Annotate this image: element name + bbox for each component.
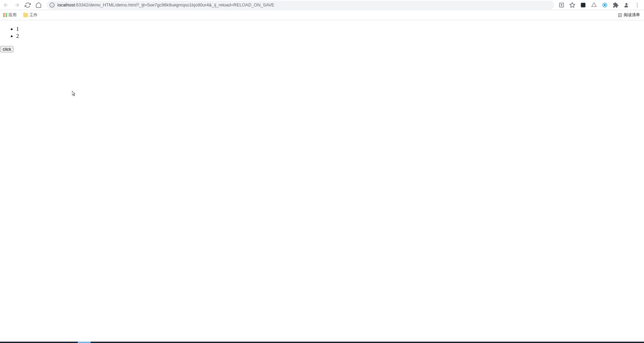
svg-marker-4 <box>570 2 575 7</box>
arrow-left-icon <box>3 2 9 8</box>
folder-label: 工作 <box>29 12 38 18</box>
share-icon <box>558 2 565 8</box>
home-icon <box>35 2 42 8</box>
reading-list-icon <box>618 13 622 18</box>
share-button[interactable] <box>557 1 566 9</box>
reload-icon <box>25 2 31 8</box>
extension-icon-2[interactable] <box>590 1 598 9</box>
reading-list-label: 阅读清单 <box>624 12 640 18</box>
extension-icon-3[interactable] <box>601 1 609 9</box>
address-bar[interactable]: localhost:63342/demo_HTML/demo.html?_ijt… <box>47 1 554 9</box>
item-list: 1 2 <box>3 26 641 40</box>
profile-button[interactable] <box>622 1 630 9</box>
page-content: 1 2 click <box>0 20 644 55</box>
bookmarks-bar: 应用 工作 阅读清单 <box>0 10 644 20</box>
taskbar-active-indicator <box>78 342 91 343</box>
circle-icon <box>602 2 608 8</box>
svg-point-9 <box>637 3 638 3</box>
menu-button[interactable] <box>633 1 641 9</box>
url-host: localhost: <box>57 2 76 7</box>
bookmark-star-button[interactable] <box>568 1 576 9</box>
list-item: 1 <box>16 26 641 33</box>
svg-point-7 <box>604 4 606 6</box>
puzzle-icon <box>613 2 619 8</box>
star-icon <box>569 2 575 8</box>
svg-point-10 <box>637 4 638 5</box>
mouse-cursor-icon <box>72 91 76 97</box>
click-button[interactable]: click <box>0 46 14 52</box>
extensions-button[interactable] <box>612 1 620 9</box>
list-item: 2 <box>16 33 641 40</box>
reload-button[interactable] <box>23 0 32 10</box>
svg-point-11 <box>637 6 638 7</box>
reading-list-button[interactable]: 阅读清单 <box>618 12 643 18</box>
apps-shortcut[interactable]: 应用 <box>1 11 19 19</box>
back-button[interactable] <box>1 0 11 10</box>
apps-grid-icon <box>3 13 7 17</box>
browser-toolbar: localhost:63342/demo_HTML/demo.html?_ijt… <box>0 0 644 10</box>
github-icon <box>580 2 586 8</box>
apps-label: 应用 <box>8 12 17 18</box>
dots-vertical-icon <box>634 2 640 8</box>
bookmark-folder-work[interactable]: 工作 <box>21 11 40 19</box>
taskbar <box>0 342 644 343</box>
site-info-icon[interactable] <box>49 2 55 8</box>
avatar-icon <box>623 2 629 8</box>
folder-icon <box>23 13 28 17</box>
url-path: 63342/demo_HTML/demo.html?_ijt=5oe7gc96k… <box>76 2 275 7</box>
vue-icon <box>591 2 597 8</box>
svg-rect-5 <box>581 3 586 7</box>
extension-icon-1[interactable] <box>579 1 587 9</box>
forward-button[interactable] <box>12 0 22 10</box>
home-button[interactable] <box>34 0 43 10</box>
toolbar-right <box>557 1 643 9</box>
svg-point-8 <box>625 3 627 5</box>
arrow-right-icon <box>14 2 20 8</box>
